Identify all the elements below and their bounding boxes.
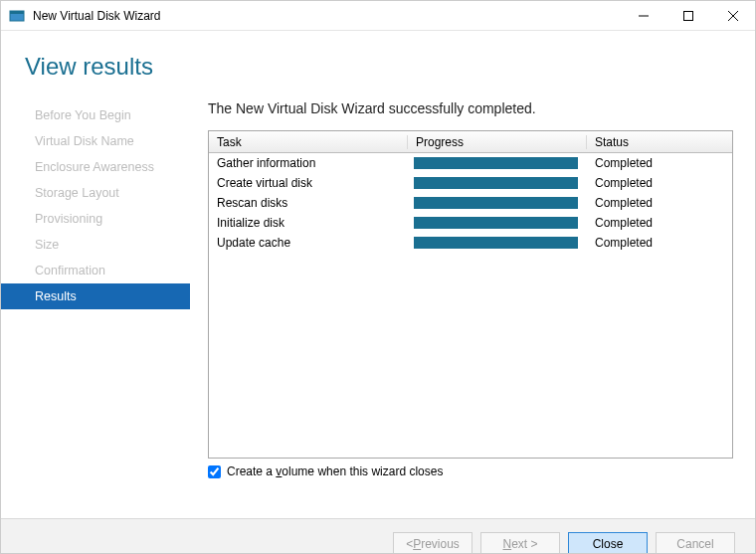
svg-rect-1: [10, 11, 24, 14]
page-title: View results: [25, 53, 755, 81]
progress-bar: [414, 217, 578, 229]
column-header-status[interactable]: Status: [587, 135, 732, 149]
progress-cell: [408, 177, 587, 189]
step-storage-layout: Storage Layout: [1, 180, 190, 206]
progress-bar: [414, 157, 578, 169]
summary-text: The New Virtual Disk Wizard successfully…: [208, 100, 733, 116]
step-virtual-disk-name: Virtual Disk Name: [1, 128, 190, 154]
status-cell: Completed: [587, 176, 732, 190]
results-table: Task Progress Status Gather information …: [208, 130, 733, 459]
create-volume-label: Create a volume when this wizard closes: [227, 464, 443, 478]
status-cell: Completed: [587, 156, 732, 170]
content-panel: The New Virtual Disk Wizard successfully…: [190, 91, 755, 518]
close-window-button[interactable]: [710, 1, 755, 31]
wizard-footer: < Previous Next > Close Cancel: [1, 518, 755, 554]
step-provisioning: Provisioning: [1, 206, 190, 232]
progress-cell: [408, 197, 587, 209]
table-row: Rescan disks Completed: [209, 193, 732, 213]
table-row: Create virtual disk Completed: [209, 173, 732, 193]
task-cell: Gather information: [209, 156, 408, 170]
create-volume-checkbox-row[interactable]: Create a volume when this wizard closes: [208, 464, 733, 478]
wizard-header: View results: [1, 31, 755, 91]
progress-cell: [408, 237, 587, 249]
table-row: Gather information Completed: [209, 153, 732, 173]
previous-button: < Previous: [393, 532, 472, 555]
table-row: Initialize disk Completed: [209, 213, 732, 233]
window-title: New Virtual Disk Wizard: [33, 9, 160, 23]
progress-cell: [408, 217, 587, 229]
maximize-button[interactable]: [665, 1, 710, 31]
task-cell: Create virtual disk: [209, 176, 408, 190]
progress-bar: [414, 237, 578, 249]
column-header-progress[interactable]: Progress: [408, 135, 587, 149]
step-confirmation: Confirmation: [1, 258, 190, 283]
column-header-task[interactable]: Task: [209, 135, 408, 149]
task-cell: Update cache: [209, 236, 408, 250]
step-enclosure-awareness: Enclosure Awareness: [1, 154, 190, 180]
progress-bar: [414, 197, 578, 209]
step-size: Size: [1, 232, 190, 258]
svg-rect-3: [683, 11, 692, 20]
status-cell: Completed: [587, 196, 732, 210]
step-before-you-begin: Before You Begin: [1, 102, 190, 128]
next-button: Next >: [480, 532, 560, 555]
app-icon: [9, 8, 25, 24]
close-button[interactable]: Close: [568, 532, 648, 555]
task-cell: Rescan disks: [209, 196, 408, 210]
status-cell: Completed: [587, 236, 732, 250]
table-header: Task Progress Status: [209, 131, 732, 153]
step-results[interactable]: Results: [1, 283, 190, 309]
task-cell: Initialize disk: [209, 216, 408, 230]
table-row: Update cache Completed: [209, 233, 732, 253]
cancel-button: Cancel: [656, 532, 735, 555]
status-cell: Completed: [587, 216, 732, 230]
create-volume-checkbox[interactable]: [208, 465, 221, 478]
minimize-button[interactable]: [621, 1, 665, 31]
progress-cell: [408, 157, 587, 169]
progress-bar: [414, 177, 578, 189]
titlebar: New Virtual Disk Wizard: [1, 1, 755, 31]
main-area: Before You Begin Virtual Disk Name Enclo…: [1, 91, 755, 518]
wizard-steps-sidebar: Before You Begin Virtual Disk Name Enclo…: [1, 91, 190, 518]
